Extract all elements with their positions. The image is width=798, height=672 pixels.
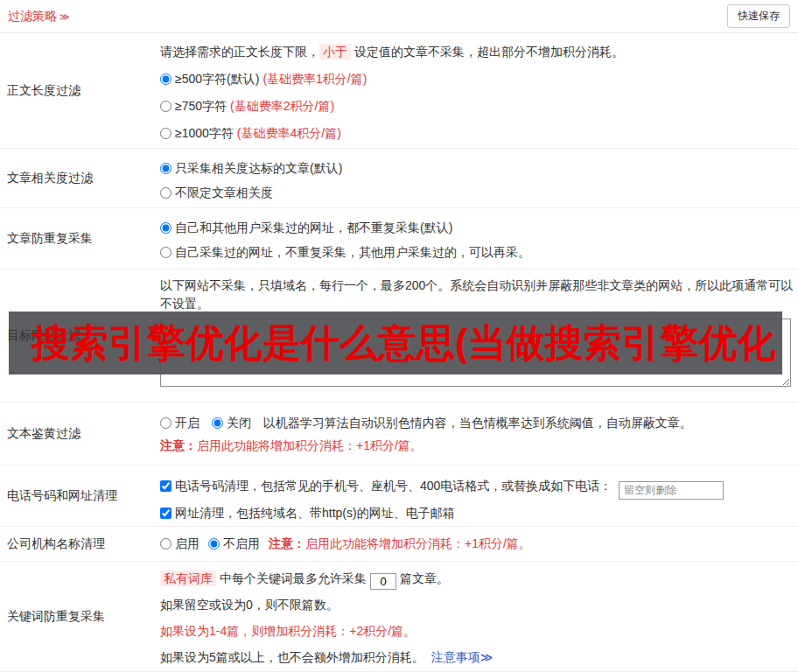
porn-filter-off[interactable]: 关闭 <box>212 416 255 430</box>
dedup-option-self[interactable]: 自己采集过的网址，不重复采集，其他用户采集过的，可以再采。 <box>160 240 791 264</box>
row-label-dedup: 文章防重复采集 <box>0 208 153 269</box>
page-title[interactable]: 过滤策略≫ <box>8 9 70 24</box>
dedup-self-radio[interactable] <box>160 247 172 258</box>
company-disable-radio[interactable] <box>208 538 220 550</box>
length-option-1000[interactable]: ≥1000字符(基础费率4积分/篇) <box>160 120 791 147</box>
topbar: 过滤策略≫ 快速保存 <box>0 0 798 33</box>
row-porn-filter: 文本鉴黄过滤 开启 关闭 以机器学习算法自动识别色情内容，当色情概率达到系统阈值… <box>0 402 798 466</box>
row-relevance-filter: 文章相关度过滤 只采集相关度达标的文章(默认) 不限定文章相关度 <box>0 149 798 208</box>
keyword-note-zero: 如果留空或设为0，则不限篇数。 <box>160 592 791 618</box>
keyword-note-5plus: 如果设为5篇或以上，也不会额外增加积分消耗。注意事项≫ <box>160 644 791 670</box>
porn-filter-note: 注意：启用此功能将增加积分消耗：+1积分/篇。 <box>160 434 791 457</box>
company-cleanup-enable[interactable]: 启用 <box>160 536 200 552</box>
length-option-750-radio[interactable] <box>160 101 172 112</box>
porn-off-radio[interactable] <box>212 417 223 429</box>
rate-note: (基础费率4积分/篇) <box>237 126 341 140</box>
target-site-description: 以下网站不采集，只填域名，每行一个，最多200个。系统会自动识别并屏蔽那些非文章… <box>160 276 794 313</box>
watermark-banner: 搜索引擎优化是什么意思(当做搜索引擎优化 <box>9 312 782 374</box>
row-label-keyword-dedup: 关键词防重复采集 <box>0 562 153 671</box>
keyword-limit-line: 私有词库中每个关键词最多允许采集篇文章。 <box>160 565 791 592</box>
row-keyword-dedup: 关键词防重复采集 私有词库中每个关键词最多允许采集篇文章。 如果留空或设为0，则… <box>0 562 798 672</box>
porn-filter-on[interactable]: 开启 <box>160 416 203 430</box>
company-enable-radio[interactable] <box>160 538 172 550</box>
phone-cleanup-option[interactable]: 电话号码清理，包括常见的手机号、座机号、400电话格式，或替换成如下电话： <box>160 479 615 493</box>
quick-save-button[interactable]: 快速保存 <box>727 4 790 28</box>
url-cleanup-checkbox[interactable] <box>160 508 172 519</box>
length-option-1000-radio[interactable] <box>160 128 172 139</box>
dedup-global-radio[interactable] <box>160 222 172 234</box>
length-option-500-radio[interactable] <box>160 74 172 85</box>
url-cleanup-option[interactable]: 网址清理，包括纯域名、带http(s)的网址、电子邮箱 <box>160 506 455 520</box>
row-dedup-collection: 文章防重复采集 自己和其他用户采集过的网址，都不重复采集(默认) 自己采集过的网… <box>0 208 798 270</box>
relevance-strict-radio[interactable] <box>160 163 172 174</box>
watermark-text: 搜索引擎优化是什么意思(当做搜索引擎优化 <box>9 312 782 374</box>
notes-link[interactable]: 注意事项≫ <box>431 650 494 664</box>
private-lexicon-highlight[interactable]: 私有词库 <box>160 570 216 586</box>
chevron-down-icon: ≫ <box>60 11 70 22</box>
relevance-any-radio[interactable] <box>160 187 172 199</box>
length-option-750[interactable]: ≥750字符(基础费率2积分/篇) <box>160 93 791 120</box>
row-label-phone-url: 电话号码和网址清理 <box>0 466 153 526</box>
row-phone-url-cleanup: 电话号码和网址清理 电话号码清理，包括常见的手机号、座机号、400电话格式，或替… <box>0 466 798 527</box>
porn-on-radio[interactable] <box>160 417 172 429</box>
rate-note: (基础费率1积分/篇) <box>262 72 367 86</box>
porn-filter-description: 以机器学习算法自动识别色情内容，当色情概率达到系统阈值，自动屏蔽文章。 <box>263 416 692 430</box>
less-than-highlight: 小于 <box>319 44 351 60</box>
length-filter-intro: 请选择需求的正文长度下限，小于设定值的文章不采集，超出部分不增加积分消耗。 <box>160 38 791 66</box>
phone-cleanup-checkbox[interactable] <box>160 480 172 492</box>
relevance-option-any[interactable]: 不限定文章相关度 <box>160 180 791 205</box>
page-title-label: 过滤策略 <box>8 9 57 23</box>
company-cleanup-note: 注意：启用此功能将增加积分消耗：+1积分/篇。 <box>269 536 531 552</box>
row-label-porn-filter: 文本鉴黄过滤 <box>0 402 153 465</box>
length-option-500[interactable]: ≥500字符(默认)(基础费率1积分/篇) <box>160 66 791 93</box>
row-label-relevance: 文章相关度过滤 <box>0 149 153 207</box>
keyword-limit-input[interactable] <box>370 573 396 590</box>
company-cleanup-disable[interactable]: 不启用 <box>208 536 260 552</box>
dedup-option-global[interactable]: 自己和其他用户采集过的网址，都不重复采集(默认) <box>160 215 791 240</box>
row-label-company-name: 公司机构名称清理 <box>0 527 153 561</box>
row-company-name-cleanup: 公司机构名称清理 启用 不启用 注意：启用此功能将增加积分消耗：+1积分/篇。 <box>0 527 798 562</box>
replacement-phone-input[interactable] <box>619 481 724 500</box>
relevance-option-strict[interactable]: 只采集相关度达标的文章(默认) <box>160 156 791 180</box>
keyword-note-1-4: 如果设为1-4篇，则增加积分消耗：+2积分/篇。 <box>160 618 791 644</box>
rate-note: (基础费率2积分/篇) <box>230 99 334 113</box>
row-content-length-filter: 正文长度过滤 请选择需求的正文长度下限，小于设定值的文章不采集，超出部分不增加积… <box>0 33 798 149</box>
row-label-content-length: 正文长度过滤 <box>0 33 153 148</box>
